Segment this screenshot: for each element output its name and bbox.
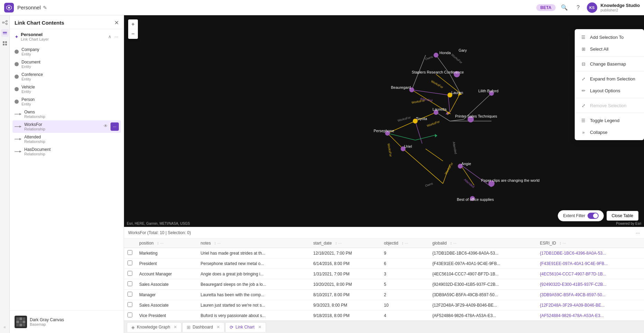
table-row[interactable]: Vice President Buford is very passionate… bbox=[124, 310, 644, 321]
more-button[interactable]: ··· bbox=[113, 136, 119, 143]
table-row[interactable]: Sales Associate Beauregard sleeps on the… bbox=[124, 279, 644, 290]
map-canvas[interactable]: WorksFor WorksFor WorksFor WorksFor Atte… bbox=[124, 15, 644, 227]
entity-dot bbox=[15, 75, 19, 79]
tab-close-dashboard[interactable]: ✕ bbox=[217, 325, 220, 330]
entity-info: HasDocument Relationship bbox=[24, 147, 105, 156]
basemap-item[interactable]: Dark Gray Canvas Basemap bbox=[15, 314, 119, 330]
entity-type: Entity bbox=[21, 102, 105, 106]
col-globalid[interactable]: globalid ↕ ··· bbox=[429, 239, 536, 248]
entity-type: Entity bbox=[21, 52, 105, 56]
menu-item-layout-options[interactable]: ✏ Layout Options bbox=[575, 85, 644, 96]
svg-rect-12 bbox=[5, 44, 7, 45]
layer-collapse-btn[interactable]: ∧ bbox=[107, 33, 112, 40]
menu-item-collapse[interactable]: » Collapse bbox=[575, 126, 644, 138]
rail-icon-connections[interactable] bbox=[1, 19, 9, 26]
list-item[interactable]: Company Entity 👁 ··· bbox=[12, 45, 121, 58]
entity-dot bbox=[15, 50, 19, 54]
col-start-date[interactable]: start_date ↕ ··· bbox=[310, 239, 380, 248]
visibility-button[interactable]: 👁 bbox=[105, 73, 112, 80]
rail-icon-grid[interactable] bbox=[1, 40, 9, 47]
search-button[interactable]: 🔍 bbox=[559, 2, 570, 13]
svg-text:Uriel: Uriel bbox=[404, 144, 412, 148]
visibility-button[interactable]: 👁 bbox=[105, 48, 112, 55]
cell-position: Marketing bbox=[136, 248, 197, 258]
col-esri-id[interactable]: ESRI_ID ↕ ··· bbox=[537, 239, 644, 248]
zoom-out-button[interactable]: − bbox=[128, 29, 138, 39]
app-title: Personnel bbox=[17, 5, 41, 10]
col-notes[interactable]: notes ↕ ··· bbox=[197, 239, 310, 248]
extent-filter-label: Extent Filter bbox=[563, 213, 585, 218]
list-item[interactable]: Person Entity 👁 ··· bbox=[12, 95, 121, 108]
menu-item-add-selection[interactable]: ☰ Add Selection To bbox=[575, 31, 644, 43]
table-row[interactable]: Marketing Uriel has made great strides a… bbox=[124, 248, 644, 258]
table-more-button[interactable]: ··· bbox=[636, 230, 640, 236]
tab-close-link-chart[interactable]: ✕ bbox=[258, 325, 262, 330]
row-checkbox[interactable] bbox=[127, 261, 132, 265]
close-table-button[interactable]: Close Table bbox=[607, 211, 638, 221]
svg-rect-8 bbox=[3, 33, 7, 34]
relationship-arrow bbox=[15, 150, 21, 154]
visibility-button[interactable]: 👁 bbox=[105, 148, 112, 155]
tab-link-chart[interactable]: ⟳ Link Chart ✕ bbox=[225, 322, 266, 332]
visibility-button[interactable]: 👁 bbox=[105, 61, 112, 68]
extent-filter-button[interactable]: Extent Filter bbox=[558, 210, 603, 221]
list-item[interactable]: Conference Entity 👁 ··· bbox=[12, 70, 121, 83]
rail-expand[interactable]: « bbox=[3, 325, 6, 330]
more-button[interactable]: ··· bbox=[113, 86, 119, 93]
edit-icon[interactable]: ✎ bbox=[43, 5, 47, 10]
menu-item-expand-selection[interactable]: ⤢ Expand from Selection bbox=[575, 73, 644, 85]
menu-item-change-basemap[interactable]: ⊟ Change Basemap bbox=[575, 58, 644, 70]
svg-rect-21 bbox=[124, 36, 644, 206]
more-button[interactable]: ··· bbox=[113, 148, 119, 155]
rail-icon-layers[interactable] bbox=[1, 29, 9, 37]
row-checkbox[interactable] bbox=[127, 313, 132, 317]
visibility-button[interactable]: 👁 bbox=[105, 111, 112, 118]
visibility-button[interactable]: 👁 bbox=[102, 122, 109, 129]
visibility-button[interactable]: 👁 bbox=[105, 86, 112, 93]
col-position[interactable]: position ↕ ··· bbox=[136, 239, 197, 248]
list-item[interactable]: Document Entity 👁 ··· bbox=[12, 58, 121, 70]
list-item[interactable]: HasDocument Relationship 👁 ··· bbox=[12, 145, 121, 158]
tab-label-knowledge-graph: Knowledge Graph bbox=[137, 325, 170, 330]
svg-text:Persephone: Persephone bbox=[373, 129, 394, 133]
visibility-button[interactable]: 👁 bbox=[105, 98, 112, 105]
row-checkbox[interactable] bbox=[127, 302, 132, 307]
entity-type: Relationship bbox=[24, 114, 105, 119]
table-row[interactable]: Manager Lauretta has been with the comp.… bbox=[124, 290, 644, 300]
layer-more-btn[interactable]: ··· bbox=[114, 33, 119, 40]
list-item-worksfor[interactable]: WorksFor Relationship 👁 ··· bbox=[12, 120, 121, 133]
menu-item-select-all[interactable]: ⊞ Select All bbox=[575, 43, 644, 55]
list-item[interactable]: Attended Relationship 👁 ··· bbox=[12, 133, 121, 145]
row-checkbox[interactable] bbox=[127, 281, 132, 286]
visibility-button[interactable]: 👁 bbox=[105, 136, 112, 143]
tab-knowledge-graph[interactable]: ◈ Knowledge Graph ✕ bbox=[127, 322, 182, 332]
more-button[interactable]: ··· bbox=[113, 111, 119, 118]
more-button[interactable]: ··· bbox=[111, 122, 119, 131]
expand-icon: ⤢ bbox=[580, 76, 586, 82]
list-item[interactable]: Owns Relationship 👁 ··· bbox=[12, 108, 121, 120]
table-row[interactable]: President Persephone started new metal o… bbox=[124, 258, 644, 269]
table-row[interactable]: Sales Associate Lauren just started so w… bbox=[124, 300, 644, 310]
zoom-in-button[interactable]: + bbox=[128, 19, 138, 29]
table-row[interactable]: Account Manager Angie does a great job b… bbox=[124, 269, 644, 279]
relationship-arrow bbox=[15, 112, 21, 116]
tab-close-knowledge-graph[interactable]: ✕ bbox=[174, 325, 177, 330]
help-button[interactable]: ? bbox=[573, 2, 583, 13]
data-table[interactable]: position ↕ ··· notes ↕ ··· start_date ↕ … bbox=[124, 239, 644, 321]
row-checkbox[interactable] bbox=[127, 271, 132, 276]
close-panel-button[interactable]: ✕ bbox=[114, 19, 119, 26]
more-button[interactable]: ··· bbox=[113, 48, 119, 55]
more-button[interactable]: ··· bbox=[113, 98, 119, 105]
add-selection-icon: ☰ bbox=[580, 34, 586, 40]
more-button[interactable]: ··· bbox=[113, 73, 119, 80]
list-item[interactable]: Vehicle Entity 👁 ··· bbox=[12, 83, 121, 95]
svg-text:Honda: Honda bbox=[440, 51, 451, 55]
more-button[interactable]: ··· bbox=[113, 61, 119, 68]
col-objectid[interactable]: objectid ↕ ··· bbox=[380, 239, 429, 248]
svg-point-2 bbox=[2, 22, 4, 23]
menu-item-toggle-legend[interactable]: ☰ Toggle Legend bbox=[575, 114, 644, 126]
extent-filter-toggle[interactable] bbox=[588, 213, 599, 219]
tab-dashboard[interactable]: ⊞ Dashboard ✕ bbox=[182, 322, 224, 332]
row-checkbox[interactable] bbox=[127, 250, 132, 255]
row-checkbox[interactable] bbox=[127, 292, 132, 297]
